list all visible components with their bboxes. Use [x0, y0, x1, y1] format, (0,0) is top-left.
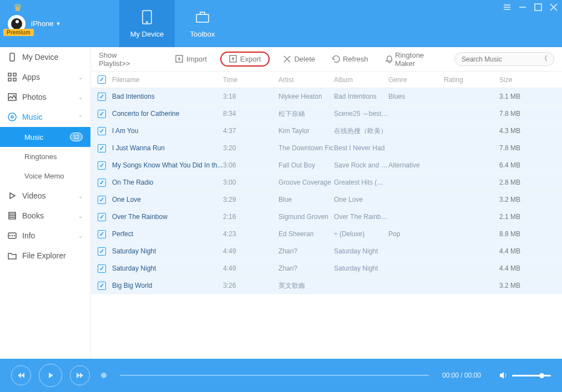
- col-rating[interactable]: Rating: [444, 76, 499, 84]
- import-icon: [175, 55, 184, 63]
- books-icon: [8, 211, 17, 220]
- table-row[interactable]: Over The Rainbow2:16Sigmund GrovenOver T…: [91, 208, 562, 226]
- table-row[interactable]: Bad Intentions3:18Niykee HeatonBad Inten…: [91, 88, 562, 105]
- cell-artist: Niykee Heaton: [279, 93, 334, 100]
- cell-artist: Zhan?: [279, 247, 334, 255]
- row-checkbox[interactable]: [98, 110, 106, 118]
- chevron-down-icon: ⌄: [78, 213, 83, 219]
- col-size[interactable]: Size: [499, 76, 544, 84]
- chevron-down-icon: ⌄: [78, 193, 83, 199]
- sidebar-item-photos[interactable]: Photos ⌄: [0, 87, 90, 107]
- cell-time: 4:23: [223, 230, 279, 238]
- count-badge: 12: [70, 133, 83, 141]
- table-row[interactable]: I Just Wanna Run3:20The Downtown FicBest…: [91, 140, 562, 157]
- close-button[interactable]: [550, 3, 558, 13]
- prev-button[interactable]: [11, 365, 31, 385]
- select-all-checkbox[interactable]: [98, 75, 106, 84]
- cell-album: Scene25 ～best Of: [334, 109, 388, 119]
- col-artist[interactable]: Artist: [279, 76, 334, 84]
- table-row[interactable]: Perfect4:23Ed Sheeran÷ (Deluxe)Pop8.8 MB: [91, 226, 562, 243]
- ringtone-maker-button[interactable]: Ringtone Maker: [382, 49, 444, 69]
- svg-rect-4: [10, 53, 14, 61]
- volume-control: [499, 371, 551, 380]
- row-checkbox[interactable]: [98, 213, 106, 221]
- table-row[interactable]: Concerto for Catherine8:34松下奈緒Scene25 ～b…: [91, 105, 562, 123]
- premium-badge: Premium: [3, 29, 34, 36]
- sidebar-item-file-explorer[interactable]: File Explorer: [0, 246, 90, 266]
- table-row[interactable]: Saturday Night4:49Zhan?Saturday Night4.4…: [91, 243, 562, 260]
- export-button[interactable]: Export: [220, 52, 270, 67]
- time-display: 00:00 / 00:00: [442, 371, 481, 379]
- row-checkbox[interactable]: [98, 282, 106, 290]
- delete-button[interactable]: Delete: [280, 53, 318, 65]
- chevron-down-icon: ▼: [55, 21, 60, 27]
- col-album[interactable]: Album: [334, 76, 388, 84]
- row-checkbox[interactable]: [98, 179, 106, 187]
- sidebar-item-music[interactable]: Music ⌃: [0, 107, 90, 127]
- maximize-button[interactable]: [534, 3, 542, 13]
- sidebar-item-videos[interactable]: Videos ⌄: [0, 186, 90, 206]
- row-checkbox[interactable]: [98, 196, 106, 204]
- sidebar-item-info[interactable]: Info ⌄: [0, 226, 90, 246]
- sidebar-item-books[interactable]: Books ⌄: [0, 206, 90, 226]
- row-checkbox[interactable]: [98, 161, 106, 170]
- apps-icon: [8, 73, 17, 82]
- music-icon: [8, 113, 17, 121]
- search-box[interactable]: [454, 52, 554, 66]
- row-checkbox[interactable]: [98, 264, 106, 273]
- play-button[interactable]: [39, 364, 62, 387]
- cell-size: 8.8 MB: [499, 230, 544, 238]
- volume-slider[interactable]: [512, 375, 551, 376]
- tab-toolbox[interactable]: Toolbox: [175, 0, 230, 47]
- table-row[interactable]: One Love3:29BlueOne Love3.2 MB: [91, 191, 562, 208]
- table-row[interactable]: On The Radio3:00Groove CoverageGreatest …: [91, 174, 562, 191]
- cell-time: 3:18: [223, 93, 279, 100]
- device-dropdown[interactable]: iPhone ▼: [31, 19, 60, 28]
- row-checkbox[interactable]: [98, 247, 106, 256]
- minimize-button[interactable]: [519, 3, 526, 13]
- row-checkbox[interactable]: [98, 93, 106, 101]
- cell-filename: One Love: [112, 196, 223, 203]
- cell-size: 3.2 MB: [499, 282, 544, 289]
- cell-artist: Blue: [279, 196, 334, 203]
- progress-handle[interactable]: [101, 373, 107, 378]
- svg-point-16: [12, 236, 13, 236]
- svg-point-15: [10, 236, 11, 236]
- cell-filename: Over The Rainbow: [112, 213, 223, 221]
- table-row[interactable]: Saturday Night4:49Zhan?Saturday Night4.4…: [91, 260, 562, 277]
- delete-icon: [283, 55, 291, 63]
- show-playlist-button[interactable]: Show Playlist>>: [99, 51, 145, 68]
- menu-icon[interactable]: [503, 3, 511, 13]
- row-checkbox[interactable]: [98, 144, 106, 152]
- sidebar-item-apps[interactable]: Apps ⌄: [0, 67, 90, 87]
- col-filename[interactable]: Filename: [112, 76, 223, 84]
- import-button[interactable]: Import: [172, 53, 210, 65]
- tab-my-device[interactable]: My Device: [119, 0, 175, 47]
- row-checkbox[interactable]: [98, 127, 106, 135]
- folder-icon: [8, 251, 17, 260]
- col-genre[interactable]: Genre: [388, 76, 444, 84]
- sidebar-sub-ringtones[interactable]: Ringtones: [0, 147, 90, 166]
- row-checkbox[interactable]: [98, 230, 106, 238]
- sidebar-sub-music[interactable]: Music 12: [0, 127, 90, 147]
- table-row[interactable]: My Songs Know What You Did In th...3:06F…: [91, 157, 562, 174]
- search-input[interactable]: [462, 55, 545, 63]
- progress-bar[interactable]: [120, 375, 429, 376]
- col-time[interactable]: Time: [223, 76, 279, 84]
- cell-filename: I Just Wanna Run: [112, 144, 223, 152]
- main-area: My Device Apps ⌄ Photos ⌄ Music ⌃ Music …: [0, 47, 562, 359]
- cell-time: 4:49: [223, 264, 279, 272]
- volume-icon[interactable]: [499, 371, 508, 380]
- svg-point-17: [14, 236, 15, 236]
- cell-artist: Kim Taylor: [279, 127, 334, 135]
- sidebar-sub-voice-memo[interactable]: Voice Memo: [0, 166, 90, 186]
- title-bar: ♛ Premium iPhone ▼ My Device Toolbox: [0, 0, 562, 47]
- cell-artist: Fall Out Boy: [279, 161, 334, 169]
- info-icon: [8, 231, 17, 240]
- cell-time: 3:26: [223, 282, 279, 289]
- sidebar-item-my-device[interactable]: My Device: [0, 47, 90, 67]
- refresh-button[interactable]: Refresh: [328, 53, 372, 65]
- table-row[interactable]: I Am You4:37Kim Taylor在线热搜（欧美）4.3 MB: [91, 123, 562, 140]
- table-row[interactable]: Big Big World3:26英文歌曲3.2 MB: [91, 277, 562, 294]
- next-button[interactable]: [70, 365, 90, 385]
